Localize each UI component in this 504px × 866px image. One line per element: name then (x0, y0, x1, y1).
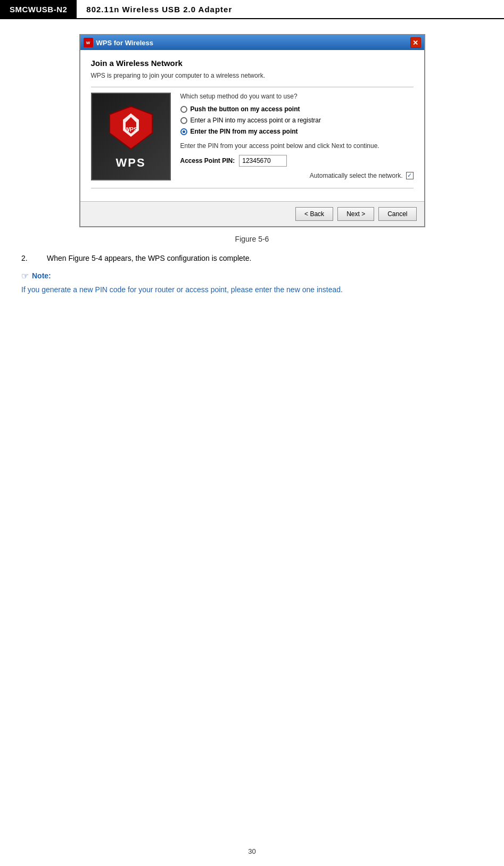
dialog-footer: < Back Next > Cancel (80, 201, 424, 226)
dialog-body: Join a Wireless Network WPS is preparing… (80, 50, 424, 201)
header-model: SMCWUSB-N2 (0, 0, 77, 18)
wps-dialog: W WPS for Wireless ✕ Join a Wireless Net… (79, 34, 425, 227)
dialog-separator-top (91, 87, 414, 87)
wps-shield-icon: WPS (107, 104, 155, 152)
radio-circle-from-ap[interactable] (180, 128, 187, 135)
dialog-titlebar: W WPS for Wireless ✕ (80, 35, 424, 50)
dialog-title-text: WPS for Wireless (96, 39, 154, 47)
main-content: W WPS for Wireless ✕ Join a Wireless Net… (0, 19, 504, 306)
note-body: If you generate a new PIN code for your … (21, 284, 483, 295)
header-description: 802.11n Wireless USB 2.0 Adapter (77, 0, 504, 18)
note-label: Note: (32, 271, 51, 280)
dialog-options: Which setup method do you want to use? P… (180, 93, 414, 183)
dialog-intro-text: WPS is preparing to join your computer t… (91, 72, 414, 79)
setup-method-prompt: Which setup method do you want to use? (180, 93, 414, 100)
step-number: 2. (21, 254, 37, 262)
page-header: SMCWUSB-N2 802.11n Wireless USB 2.0 Adap… (0, 0, 504, 19)
next-button[interactable]: Next > (337, 207, 374, 221)
radio-option-enter-pin[interactable]: Enter a PIN into my access point or a re… (180, 117, 414, 124)
svg-text:WPS: WPS (124, 126, 137, 133)
step-2-row: 2. When Figure 5-4 appears, the WPS conf… (21, 254, 483, 262)
note-section: ☞ Note: If you generate a new PIN code f… (21, 271, 483, 295)
wps-title-icon: W (84, 38, 93, 47)
pin-row: Access Point PIN: (180, 155, 414, 167)
pin-instruction: Enter the PIN from your access point bel… (180, 142, 414, 151)
page-number: 30 (248, 847, 255, 855)
note-header: ☞ Note: (21, 271, 483, 281)
radio-option-push-button[interactable]: Push the button on my access point (180, 105, 414, 113)
auto-select-row: Automatically select the network. ✓ (180, 172, 414, 179)
dialog-close-button[interactable]: ✕ (410, 37, 421, 48)
cancel-button[interactable]: Cancel (378, 207, 416, 221)
figure-caption: Figure 5-6 (21, 235, 483, 243)
wps-logo-inner: WPS WPS (107, 104, 155, 170)
dialog-main-row: WPS WPS Which setup method do you want t… (91, 93, 414, 183)
pin-label: Access Point PIN: (180, 157, 235, 164)
radio-label-from-ap: Enter the PIN from my access point (191, 128, 298, 135)
wps-logo-text: WPS (107, 156, 155, 170)
radio-label-enter-pin: Enter a PIN into my access point or a re… (191, 117, 321, 124)
step-text: When Figure 5-4 appears, the WPS configu… (47, 254, 251, 262)
auto-select-label: Automatically select the network. (310, 172, 403, 179)
back-button[interactable]: < Back (295, 207, 333, 221)
auto-select-checkbox[interactable]: ✓ (406, 172, 414, 179)
radio-option-from-ap[interactable]: Enter the PIN from my access point (180, 128, 414, 135)
wps-logo-box: WPS WPS (91, 93, 171, 180)
dialog-section-title: Join a Wireless Network (91, 59, 414, 68)
note-icon: ☞ (21, 271, 29, 281)
radio-circle-push[interactable] (180, 106, 187, 113)
dialog-separator-bottom (91, 188, 414, 188)
radio-label-push: Push the button on my access point (191, 105, 300, 113)
pin-input[interactable] (239, 155, 287, 167)
radio-circle-enter-pin[interactable] (180, 117, 187, 124)
dialog-title-left: W WPS for Wireless (84, 38, 154, 47)
